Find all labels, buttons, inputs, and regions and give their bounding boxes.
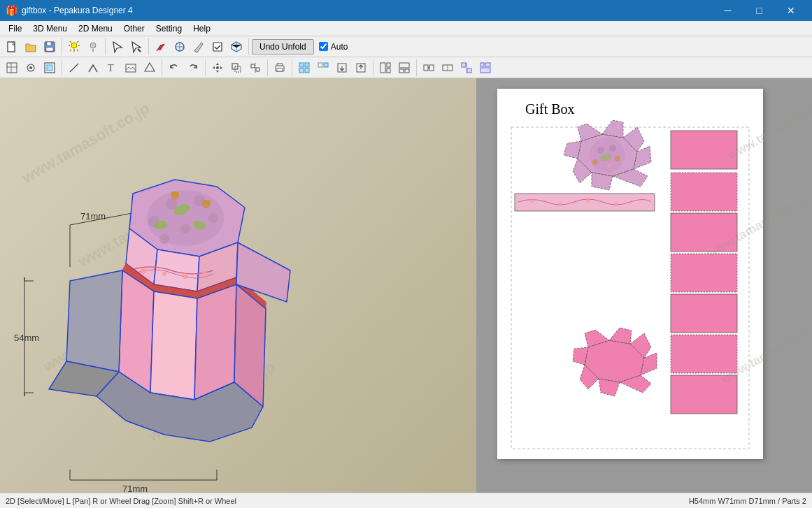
svg-rect-37 [399, 69, 404, 73]
auto-checkbox[interactable] [319, 42, 328, 51]
svg-point-112 [607, 164, 611, 168]
t2-text[interactable]: T [103, 59, 121, 77]
t2-layout2[interactable] [395, 59, 413, 77]
svg-rect-12 [47, 65, 52, 71]
t2-snap[interactable] [22, 59, 40, 77]
svg-marker-93 [66, 270, 122, 372]
t2-layout[interactable] [376, 59, 394, 77]
statusbar: 2D [Select/Move] L [Pan] R or Wheel Drag… [0, 493, 812, 508]
svg-rect-132 [671, 335, 737, 373]
undo-unfold-button[interactable]: Undo Unfold [252, 39, 314, 55]
save-button[interactable] [41, 38, 59, 56]
paper-sheet: Gift Box [497, 89, 763, 459]
t2-export[interactable] [333, 59, 351, 77]
svg-rect-24 [277, 68, 283, 71]
t2-sep3 [205, 59, 206, 76]
separator3 [148, 38, 149, 55]
knife-button[interactable] [190, 38, 208, 56]
menu-other[interactable]: Other [118, 21, 150, 36]
2d-view[interactable]: Gift Box [476, 78, 812, 493]
svg-point-65 [166, 198, 177, 210]
light-on-button[interactable] [65, 38, 83, 56]
menu-2dmenu[interactable]: 2D Menu [73, 21, 118, 36]
svg-rect-29 [318, 63, 322, 67]
svg-rect-47 [485, 63, 490, 66]
t2-autoarrange2[interactable] [476, 59, 494, 77]
view3d-button[interactable] [227, 38, 245, 56]
svg-point-4 [71, 43, 77, 48]
open-button[interactable] [22, 38, 40, 56]
t2-grid[interactable] [3, 59, 21, 77]
svg-rect-33 [380, 63, 385, 73]
svg-point-110 [592, 159, 598, 165]
svg-rect-113 [515, 194, 655, 211]
svg-rect-40 [429, 65, 434, 71]
t2-import[interactable] [352, 59, 370, 77]
svg-point-116 [586, 198, 590, 203]
svg-rect-27 [299, 68, 304, 73]
t2-hide-parts[interactable] [314, 59, 332, 77]
select2-button[interactable] [127, 38, 145, 56]
menu-file[interactable]: File [3, 21, 27, 36]
select3d-button[interactable] [171, 38, 189, 56]
t2-sep7 [416, 59, 417, 76]
select-button[interactable] [108, 38, 127, 56]
svg-text:54mm: 54mm [14, 333, 39, 343]
t2-autoarrange[interactable] [457, 59, 476, 77]
svg-point-117 [614, 202, 618, 206]
close-button[interactable]: ✕ [775, 0, 806, 21]
t2-align[interactable] [246, 59, 264, 77]
svg-rect-128 [671, 173, 737, 211]
maximize-button[interactable]: □ [743, 0, 775, 21]
svg-rect-129 [671, 213, 737, 252]
3d-view[interactable]: www.tamasoft.co.jp www.tamasoft.co.jp ww… [0, 78, 476, 493]
auto-label: Auto [331, 42, 348, 52]
t2-edge[interactable] [41, 59, 59, 77]
svg-point-86 [202, 270, 206, 275]
svg-rect-26 [305, 63, 309, 67]
toolbar1: Undo Unfold Auto [0, 36, 812, 57]
minimize-button[interactable]: ─ [712, 0, 743, 21]
t2-fold[interactable] [141, 59, 159, 77]
separator4 [248, 38, 249, 55]
main-area: www.tamasoft.co.jp www.tamasoft.co.jp ww… [0, 78, 812, 493]
svg-marker-88 [119, 270, 154, 393]
svg-point-84 [162, 272, 166, 276]
svg-point-17 [216, 66, 219, 69]
toolbar2: T [0, 57, 812, 78]
t2-scale[interactable] [227, 59, 245, 77]
svg-marker-16 [145, 63, 155, 71]
t2-splitparts[interactable] [439, 59, 457, 77]
svg-line-13 [70, 64, 78, 72]
menu-help[interactable]: Help [187, 21, 216, 36]
svg-rect-44 [462, 63, 466, 67]
svg-point-114 [530, 198, 534, 203]
svg-rect-38 [405, 69, 409, 73]
svg-point-10 [29, 66, 32, 69]
svg-text:71mm: 71mm [80, 211, 106, 222]
t2-show-parts[interactable] [295, 59, 313, 77]
svg-marker-90 [194, 284, 236, 400]
t2-move[interactable] [208, 59, 227, 77]
light-off-button[interactable] [84, 38, 102, 56]
svg-point-79 [206, 200, 211, 204]
menu-setting[interactable]: Setting [150, 21, 187, 36]
svg-rect-30 [324, 63, 328, 67]
menu-3dmenu[interactable]: 3D Menu [27, 21, 73, 36]
check-button[interactable] [208, 38, 227, 56]
svg-rect-45 [467, 68, 471, 73]
t2-line[interactable] [65, 59, 83, 77]
t2-print[interactable] [271, 59, 289, 77]
paint-button[interactable] [152, 38, 170, 56]
t2-sep4 [267, 59, 268, 76]
t2-undo[interactable] [165, 59, 183, 77]
t2-redo[interactable] [184, 59, 202, 77]
t2-image[interactable] [122, 59, 140, 77]
t2-line2[interactable] [84, 59, 102, 77]
t2-joinparts[interactable] [420, 59, 438, 77]
svg-rect-25 [299, 63, 304, 67]
t2-sep6 [373, 59, 373, 76]
svg-rect-130 [671, 254, 737, 292]
new-button[interactable] [3, 38, 21, 56]
svg-point-108 [609, 145, 616, 152]
